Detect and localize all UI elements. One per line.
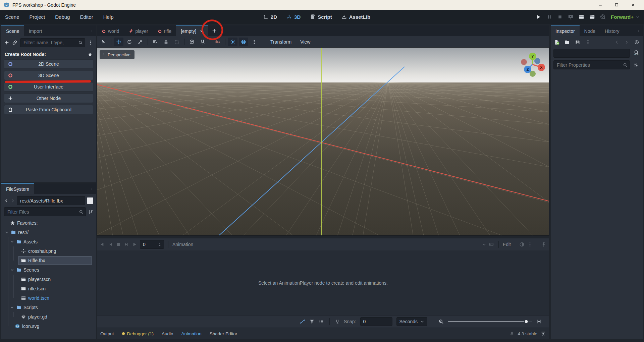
bottom-tab-audio[interactable]: Audio xyxy=(162,331,173,336)
filter-files-input[interactable] xyxy=(4,207,86,216)
edit-history-icon[interactable] xyxy=(634,40,639,45)
rotate-mode-button[interactable] xyxy=(125,38,134,46)
autoplay-on-load-icon[interactable] xyxy=(489,242,494,247)
slider-track[interactable] xyxy=(448,321,532,322)
tree-item-rifle-fbx[interactable]: Rifle.fbx xyxy=(1,256,96,265)
maximize-window-button[interactable] xyxy=(614,3,619,7)
sun-environment-menu-icon[interactable] xyxy=(250,38,259,46)
menu-debug[interactable]: Debug xyxy=(50,14,75,20)
add-node-button[interactable] xyxy=(4,40,9,45)
scene-tab-world[interactable]: world xyxy=(97,25,124,36)
fit-to-panel-icon[interactable] xyxy=(536,319,542,324)
tab-inspector[interactable]: Inspector xyxy=(551,25,580,36)
play-custom-scene-button[interactable] xyxy=(589,14,595,20)
instance-scene-button[interactable] xyxy=(12,40,17,45)
chevron-down-icon[interactable] xyxy=(10,268,14,272)
tree-item-rifle-tscn[interactable]: rifle.tscn xyxy=(1,284,96,293)
ruler-box-button[interactable] xyxy=(187,38,197,46)
tree-item-icon-svg[interactable]: icon.svg xyxy=(1,322,96,331)
view-axis-gizmo[interactable]: Y X Z xyxy=(512,48,552,80)
toggle-preview-environment-button[interactable] xyxy=(239,38,248,46)
close-tab-icon[interactable] xyxy=(200,29,204,33)
scene-tab-empty[interactable]: [empty] xyxy=(176,25,208,36)
list-select-button[interactable] xyxy=(151,38,160,46)
tab-history[interactable]: History xyxy=(600,25,624,36)
create-ui-scene-button[interactable]: User Interface xyxy=(4,82,93,92)
history-forward-icon[interactable] xyxy=(624,40,629,45)
mode-script-button[interactable]: Script xyxy=(310,14,332,20)
spin-updown-icon[interactable] xyxy=(158,242,162,247)
bottom-tab-shader-editor[interactable]: Shader Editor xyxy=(210,331,237,336)
bottom-tab-animation[interactable]: Animation xyxy=(181,331,202,336)
camera-preview-button[interactable] xyxy=(213,38,222,46)
resource-menu-dots-icon[interactable] xyxy=(585,40,591,45)
snap-toggle-button[interactable] xyxy=(198,38,207,46)
new-resource-icon[interactable] xyxy=(554,40,559,45)
group-node-button[interactable] xyxy=(172,38,181,46)
chevron-down-icon[interactable] xyxy=(5,230,9,234)
current-path-input[interactable] xyxy=(17,196,85,205)
favorites-star-icon[interactable] xyxy=(88,52,93,57)
tree-item-player-tscn[interactable]: player.tscn xyxy=(1,275,96,284)
onion-options-dots-icon[interactable] xyxy=(527,242,533,247)
menu-editor[interactable]: Editor xyxy=(75,14,98,20)
scene-tab-rifle[interactable]: rifle xyxy=(153,25,176,36)
save-resource-icon[interactable] xyxy=(575,40,580,45)
tree-item-assets-folder[interactable]: Assets xyxy=(1,237,96,246)
play-backwards-icon[interactable] xyxy=(100,242,105,247)
notification-bell-icon[interactable] xyxy=(509,331,514,336)
sort-files-icon[interactable] xyxy=(88,209,93,215)
step-backward-icon[interactable] xyxy=(108,242,113,247)
pin-panel-icon[interactable] xyxy=(541,242,546,247)
close-window-button[interactable] xyxy=(631,3,635,7)
animation-name-dropdown[interactable]: Animation xyxy=(172,242,193,247)
mode-2d-button[interactable]: 2D xyxy=(263,14,277,20)
play-animation-icon[interactable] xyxy=(132,242,137,247)
timeline-zoom-slider[interactable] xyxy=(448,319,532,324)
3d-viewport[interactable]: Perspective Y X Z xyxy=(97,48,549,235)
filter-tracks-funnel-icon[interactable] xyxy=(309,319,315,324)
stop-project-button[interactable] xyxy=(557,14,563,20)
bezier-curves-icon[interactable] xyxy=(300,319,305,324)
snap-value-input[interactable] xyxy=(361,319,387,324)
menu-scene[interactable]: Scene xyxy=(0,14,24,20)
view-menu[interactable]: View xyxy=(300,39,310,45)
snap-unit-dropdown[interactable]: Seconds xyxy=(396,317,427,326)
expand-bottom-panel-icon[interactable] xyxy=(541,331,546,336)
perspective-menu-button[interactable]: Perspective xyxy=(100,50,135,59)
search-docs-icon[interactable] xyxy=(633,50,640,56)
new-scene-tab-button[interactable] xyxy=(212,28,217,34)
filesystem-menu-icon[interactable] xyxy=(91,186,96,191)
scene-tree-menu-icon[interactable] xyxy=(88,40,93,45)
create-2d-scene-button[interactable]: 2D Scene xyxy=(4,59,93,69)
tree-item-world-tscn[interactable]: world.tscn xyxy=(1,293,96,303)
play-project-button[interactable] xyxy=(536,14,541,20)
chevron-down-icon[interactable] xyxy=(10,305,14,309)
track-list-icon[interactable] xyxy=(319,319,324,324)
scene-tab-player[interactable]: player xyxy=(124,25,153,36)
tab-node[interactable]: Node xyxy=(580,25,600,36)
paste-from-clipboard-button[interactable]: Paste From Clipboard xyxy=(4,105,93,114)
toggle-preview-sun-button[interactable] xyxy=(228,38,237,46)
tree-item-crosshair-png[interactable]: crosshair.png xyxy=(1,246,96,256)
menu-project[interactable]: Project xyxy=(24,14,50,20)
scale-mode-button[interactable] xyxy=(136,38,145,46)
transform-menu[interactable]: Transform xyxy=(270,39,291,45)
select-mode-button[interactable] xyxy=(99,38,108,46)
tab-scene[interactable]: Scene xyxy=(1,25,24,36)
move-mode-button[interactable] xyxy=(114,38,123,46)
frame-value-input[interactable] xyxy=(140,242,158,247)
mode-assetlib-button[interactable]: AssetLib xyxy=(341,14,370,20)
toggle-split-mode-button[interactable] xyxy=(87,197,93,204)
chevron-down-icon[interactable] xyxy=(10,240,14,244)
expand-viewport-icon[interactable] xyxy=(543,28,549,34)
gizmo-neg-x-handle[interactable] xyxy=(521,59,527,65)
scene-filter-input[interactable] xyxy=(20,38,85,47)
lock-node-button[interactable] xyxy=(161,38,171,46)
tree-item-scenes-folder[interactable]: Scenes xyxy=(1,265,96,275)
bottom-tab-debugger[interactable]: Debugger (1) xyxy=(122,331,154,336)
bottom-tab-output[interactable]: Output xyxy=(100,331,114,336)
history-back-icon[interactable] xyxy=(614,40,619,45)
property-tools-sliders-icon[interactable] xyxy=(633,62,639,67)
slider-knob[interactable] xyxy=(524,320,529,324)
